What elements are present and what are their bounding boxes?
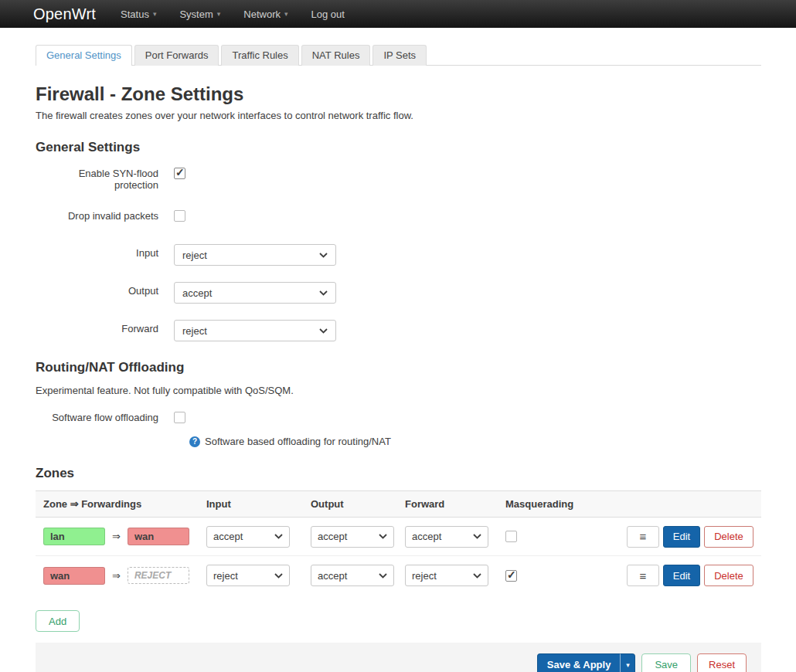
field-software-flow: Software flow offloading — [36, 409, 761, 429]
lan-forward-select[interactable]: accept — [405, 526, 488, 548]
forward-arrow-icon: ⇒ — [112, 531, 121, 542]
field-input: Input reject — [36, 244, 761, 266]
tab-traffic-rules[interactable]: Traffic Rules — [221, 45, 298, 66]
help-icon: ? — [189, 436, 200, 447]
column-header-output: Output — [311, 498, 405, 510]
output-policy-select[interactable]: accept — [174, 282, 336, 304]
chevron-down-icon — [319, 328, 328, 334]
column-header-input: Input — [206, 498, 311, 510]
zone-row-lan: lan ⇒ wan accept accept — [36, 518, 761, 556]
field-output: Output accept — [36, 282, 761, 304]
reset-button[interactable]: Reset — [697, 653, 747, 672]
field-syn-flood: Enable SYN-flood protection — [36, 165, 761, 191]
caret-down-icon: ▾ — [626, 661, 630, 669]
tab-port-forwards[interactable]: Port Forwards — [134, 45, 219, 66]
firewall-tabs: General Settings Port Forwards Traffic R… — [36, 44, 761, 66]
add-zone-button[interactable]: Add — [36, 610, 80, 632]
forward-arrow-icon: ⇒ — [112, 570, 121, 582]
chevron-down-icon — [473, 573, 481, 579]
general-settings-heading: General Settings — [36, 140, 761, 155]
software-flow-checkbox[interactable] — [174, 412, 185, 423]
column-header-zone-forwardings: Zone ⇒ Forwardings — [43, 498, 206, 510]
wan-row-menu-button[interactable]: ≡ — [627, 565, 659, 586]
lan-row-menu-button[interactable]: ≡ — [627, 526, 659, 548]
wan-input-select[interactable]: reject — [206, 565, 290, 586]
chevron-down-icon — [379, 573, 387, 579]
tab-general-settings[interactable]: General Settings — [36, 45, 132, 66]
zones-heading: Zones — [36, 466, 761, 481]
wan-edit-button[interactable]: Edit — [663, 565, 700, 586]
forward-policy-select[interactable]: reject — [174, 320, 336, 341]
chevron-down-icon: ▾ — [217, 11, 221, 18]
offloading-heading: Routing/NAT Offloading — [36, 360, 761, 375]
chevron-down-icon: ▾ — [153, 11, 157, 18]
nav-item-logout[interactable]: Log out — [311, 8, 345, 20]
software-flow-hint-text: Software based offloading for routing/NA… — [205, 436, 391, 447]
chevron-down-icon — [379, 534, 387, 539]
zone-reject-badge: REJECT — [128, 567, 189, 584]
save-apply-split-button: Save & Apply ▾ — [537, 653, 636, 672]
wan-masquerading-checkbox[interactable] — [505, 570, 517, 582]
forward-label: Forward — [36, 320, 174, 334]
lan-delete-button[interactable]: Delete — [704, 526, 753, 548]
input-policy-select[interactable]: reject — [174, 244, 336, 266]
zones-table: Zone ⇒ Forwardings Input Output Forward … — [36, 490, 761, 595]
offloading-description: Experimental feature. Not fully compatib… — [36, 385, 761, 396]
software-flow-label: Software flow offloading — [36, 409, 174, 423]
lan-masquerading-checkbox[interactable] — [505, 531, 517, 542]
page-description: The firewall creates zones over your net… — [36, 110, 761, 121]
syn-flood-checkbox[interactable] — [174, 168, 185, 179]
lan-output-select[interactable]: accept — [311, 526, 394, 548]
syn-flood-label: Enable SYN-flood protection — [36, 165, 174, 191]
column-header-forward: Forward — [405, 498, 505, 510]
tab-nat-rules[interactable]: NAT Rules — [301, 45, 371, 66]
drop-invalid-label: Drop invalid packets — [36, 207, 174, 222]
field-forward: Forward reject — [36, 320, 761, 341]
forward-policy-value: reject — [182, 325, 207, 337]
zone-badge-wan: wan — [43, 567, 105, 585]
lan-input-select[interactable]: accept — [206, 526, 290, 548]
column-header-masquerading: Masquerading — [505, 498, 589, 510]
wan-delete-button[interactable]: Delete — [704, 565, 753, 586]
chevron-down-icon — [274, 534, 283, 539]
field-drop-invalid: Drop invalid packets — [36, 207, 761, 228]
zone-badge-wan: wan — [128, 528, 189, 545]
nav-item-status[interactable]: Status ▾ — [121, 8, 156, 20]
menu-icon: ≡ — [640, 569, 647, 582]
output-policy-value: accept — [182, 287, 212, 299]
page-title: Firewall - Zone Settings — [36, 83, 761, 105]
openwrt-logo: OpenWrt — [33, 5, 96, 23]
input-policy-value: reject — [182, 249, 207, 261]
output-label: Output — [36, 282, 174, 297]
save-apply-dropdown-button[interactable]: ▾ — [620, 653, 635, 672]
chevron-down-icon — [319, 290, 328, 296]
chevron-down-icon: ▾ — [284, 11, 288, 18]
input-label: Input — [36, 244, 174, 259]
zones-table-header: Zone ⇒ Forwardings Input Output Forward … — [36, 490, 761, 518]
tab-ip-sets[interactable]: IP Sets — [372, 45, 427, 66]
chevron-down-icon — [274, 573, 283, 579]
drop-invalid-checkbox[interactable] — [174, 210, 185, 222]
nav-item-system[interactable]: System ▾ — [179, 8, 220, 20]
lan-edit-button[interactable]: Edit — [663, 526, 700, 548]
menu-icon: ≡ — [640, 530, 647, 543]
wan-forward-select[interactable]: reject — [405, 565, 488, 586]
save-button[interactable]: Save — [641, 653, 691, 672]
chevron-down-icon — [319, 253, 328, 258]
chevron-down-icon — [473, 534, 481, 539]
main-nav: Status ▾ System ▾ Network ▾ Log out — [121, 8, 345, 20]
footer-action-bar: Save & Apply ▾ Save Reset — [36, 643, 761, 672]
zone-row-wan: wan ⇒ REJECT reject accept — [36, 556, 761, 595]
nav-item-network[interactable]: Network ▾ — [243, 8, 287, 20]
wan-output-select[interactable]: accept — [311, 565, 394, 586]
software-flow-hint: ? Software based offloading for routing/… — [189, 436, 761, 447]
save-apply-button[interactable]: Save & Apply — [537, 653, 621, 672]
zone-badge-lan: lan — [43, 528, 105, 545]
top-header-bar: OpenWrt Status ▾ System ▾ Network ▾ Log … — [0, 0, 796, 28]
